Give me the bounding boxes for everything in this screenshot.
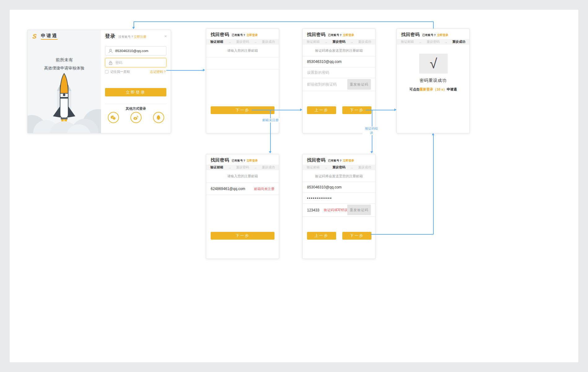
email-unregistered-error: 邮箱尚未注册 [254, 187, 274, 191]
success-hint: 可点击重新登录（10 s）申请通 [397, 87, 469, 92]
login-link[interactable]: 立即登录 [247, 33, 258, 37]
weibo-login-button[interactable] [130, 112, 142, 123]
weibo-icon [133, 115, 139, 121]
prev-step-button[interactable]: 上一步 [307, 232, 336, 240]
step-verify-email: 验证邮箱 [210, 40, 223, 44]
step-verify-email: 验证邮箱 [307, 165, 320, 170]
has-account-text: 已有账号？ [422, 33, 436, 37]
flow-line-verify-error-branch [270, 110, 271, 151]
new-password-row[interactable]: 设置新的密码 [303, 67, 375, 78]
new-password-placeholder: 设置新的密码 [307, 70, 329, 75]
flow-arrowhead-down [132, 27, 135, 29]
flow-arrowhead-down [269, 151, 271, 153]
flow-line-success-up [433, 21, 434, 29]
new-password-row[interactable]: ••••••••••••• [303, 193, 375, 203]
remember-label: 记住我一星期 [110, 70, 130, 74]
other-login-label: 其他方式登录 [101, 106, 171, 111]
flow-arrowhead-right [300, 108, 302, 111]
step-arrow-icon: → [350, 40, 353, 44]
fp-title: 找回密码 [211, 157, 229, 163]
email-input[interactable] [115, 46, 165, 55]
password-field[interactable] [105, 58, 166, 67]
login-link[interactable]: 立即登录 [437, 33, 448, 37]
resend-code-button[interactable]: 重发验证码 [347, 205, 371, 215]
next-step-button[interactable]: 下一步 [211, 232, 274, 240]
hint-prefix: 可点击 [409, 87, 419, 91]
step-arrow-icon: → [228, 40, 231, 44]
fp-title: 找回密码 [401, 32, 420, 38]
fp-title: 找回密码 [211, 32, 229, 38]
fp-title: 找回密码 [307, 157, 326, 163]
step-reset-password: 重设密码 [427, 40, 440, 44]
flow-arrowhead-down [371, 151, 373, 153]
flow-arrowhead-right [203, 69, 205, 71]
success-check-box: √ [419, 54, 448, 73]
next-step-button[interactable]: 下一步 [342, 232, 371, 240]
relogin-link[interactable]: 重新登录（10 s） [419, 87, 446, 91]
step-indicator: 验证邮箱 → 重设密码 → 重设成功 [206, 39, 279, 45]
fp-verify-email-error-card: 找回密码 已有账号？ 立即登录 验证邮箱 → 重设密码 → 重设成功 请输入您的… [206, 154, 279, 259]
has-account-text: 已有账号？ [328, 159, 342, 163]
login-card: S 申请通 前所未有 高效便捷申请审核体验 [27, 30, 171, 133]
step-arrow-icon: → [254, 40, 257, 44]
close-icon[interactable]: × [164, 34, 167, 38]
qq-login-button[interactable] [153, 112, 164, 123]
email-value: 853046310@qq.com [307, 185, 342, 189]
email-value: 624869461@qq.com [211, 187, 245, 191]
flow-arrowhead-right [394, 108, 397, 111]
flow-arrowhead-up [432, 133, 434, 135]
step-verify-email: 验证邮箱 [307, 40, 320, 44]
register-link[interactable]: 立即注册 [134, 35, 146, 39]
divider [303, 91, 375, 91]
step-reset-success: 重设成功 [358, 165, 371, 170]
prompt-text: 请输入您的注册邮箱 [206, 172, 279, 180]
email-row[interactable]: 853046310@qq.com [303, 182, 375, 193]
prompt-text: 请输入您的注册邮箱 [206, 46, 279, 55]
fp-reset-password-card: 找回密码 已有账号？ 立即登录 验证邮箱 → 重设密码 → 重设成功 验证码将会… [302, 29, 375, 133]
email-input-row[interactable] [206, 57, 279, 69]
logo-wordmark: 申请通 [41, 33, 58, 40]
step-reset-password: 重设密码 [332, 40, 345, 44]
divider [206, 195, 279, 195]
flow-line-verify-to-reset [252, 110, 301, 110]
fp-header: 找回密码 已有账号？ 立即登录 [211, 32, 275, 38]
flow-diagram-stage: S 申请通 前所未有 高效便捷申请审核体验 [0, 0, 588, 372]
step-reset-success: 重设成功 [262, 40, 275, 44]
login-form-pane: 登录 没有账号？ 立即注册 × [101, 30, 171, 133]
login-link[interactable]: 立即登录 [343, 159, 354, 163]
forgot-password-link[interactable]: 忘记密码？ [150, 70, 167, 74]
email-input-row[interactable]: 624869461@qq.com 邮箱尚未注册 [206, 183, 279, 195]
remember-checkbox[interactable] [105, 70, 108, 73]
login-brand-pane: S 申请通 前所未有 高效便捷申请审核体验 [28, 30, 101, 133]
qq-icon [156, 115, 161, 121]
wechat-login-button[interactable] [108, 112, 119, 123]
login-title: 登录 [105, 33, 116, 40]
step-arrow-icon: → [444, 40, 448, 44]
next-step-button[interactable]: 下一步 [342, 106, 371, 114]
login-link[interactable]: 立即登录 [247, 159, 258, 163]
next-step-button[interactable]: 下一步 [211, 106, 274, 114]
prev-step-button[interactable]: 上一步 [307, 106, 336, 114]
fp-header: 找回密码 已有账号？ 立即登录 [211, 157, 275, 163]
email-field[interactable] [105, 46, 166, 55]
step-reset-password: 重设密码 [236, 165, 249, 170]
wechat-icon [110, 115, 116, 121]
hint-suffix: 申请通 [447, 87, 457, 91]
remember-row: 记住我一星期 忘记密码？ [105, 70, 166, 74]
has-account-text: 已有账号？ [328, 33, 342, 37]
fp-header: 找回密码 已有账号？ 立即登录 [307, 157, 371, 163]
resend-code-button[interactable]: 重发验证码 [347, 79, 371, 90]
step-indicator: 验证邮箱 → 重设密码 → 重设成功 [397, 39, 469, 45]
social-login-row [101, 112, 171, 123]
flow-line-login-to-verify [166, 70, 203, 71]
login-link[interactable]: 立即登录 [343, 33, 354, 37]
flow-label-code-error: 验证码错误 [362, 126, 380, 135]
step-indicator: 验证邮箱 → 重设密码 → 重设成功 [206, 165, 279, 170]
flow-line-retry-up [433, 135, 434, 234]
tagline-line2: 高效便捷申请审核体验 [28, 65, 101, 71]
login-button[interactable]: 立即登录 [105, 88, 166, 96]
password-input[interactable] [115, 58, 165, 67]
step-indicator: 验证邮箱 → 重设密码 → 重设成功 [303, 165, 375, 170]
step-arrow-icon: → [419, 40, 422, 44]
email-row[interactable]: 853046310@qq.com [303, 56, 375, 67]
